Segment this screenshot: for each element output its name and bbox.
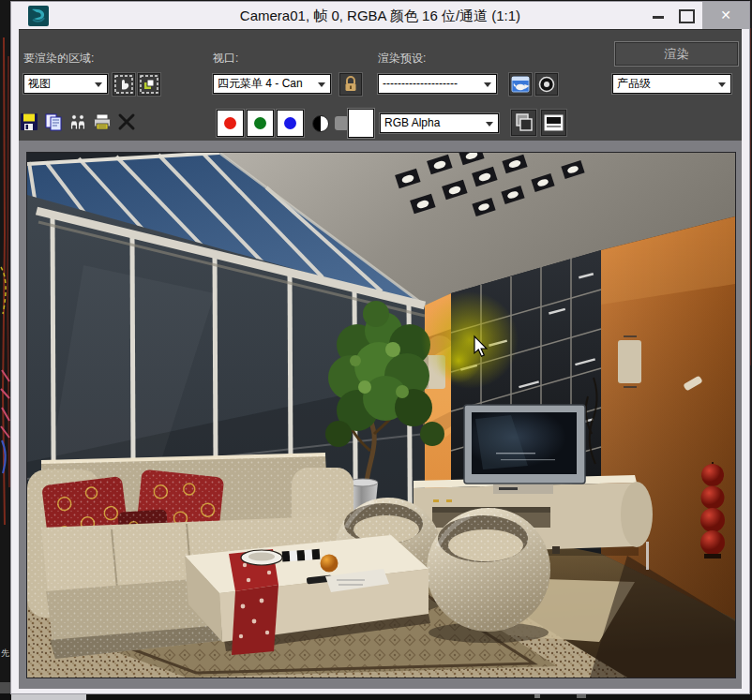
viewport-label: 视口: <box>213 51 238 67</box>
channel-display-dropdown[interactable]: RGB Alpha <box>380 113 499 133</box>
padlock-icon <box>340 74 361 95</box>
toolbar: 要渲染的区域: 视口: 渲染预设: 渲染 视图 <box>19 29 742 141</box>
clear-image-button[interactable] <box>116 112 139 134</box>
maximize-button[interactable] <box>679 9 695 23</box>
marquee-hand-icon <box>113 74 134 95</box>
clone-rendered-frame-button[interactable] <box>68 112 90 134</box>
orange-wall-right <box>601 216 735 619</box>
svg-text:先: 先 <box>1 648 9 658</box>
chevron-down-icon <box>486 122 493 127</box>
channel-display-value: RGB Alpha <box>384 116 440 129</box>
display-toggle-button[interactable] <box>541 110 566 136</box>
area-dropdown[interactable]: 视图 <box>23 74 108 94</box>
rendered-frame-window: Camera01, 帧 0, RGBA 颜色 16 位/通道 (1:1) ✕ 要… <box>11 2 749 693</box>
marquee-squares-icon <box>139 74 159 95</box>
environment-button[interactable] <box>535 73 558 96</box>
render-mode-value: 产品级 <box>617 77 651 90</box>
render-setup-button[interactable] <box>509 73 532 96</box>
background-viewport-left: 先 <box>0 0 11 700</box>
green-channel-button[interactable] <box>247 110 274 137</box>
area-dropdown-value: 视图 <box>28 77 51 90</box>
tv <box>464 405 585 494</box>
monochrome-channel-button[interactable] <box>312 115 329 132</box>
area-to-render-label: 要渲染的区域: <box>23 51 94 67</box>
viewport-dropdown-value: 四元菜单 4 - Can <box>218 77 303 90</box>
layers-button[interactable] <box>511 110 536 136</box>
overlapping-squares-icon <box>512 111 535 135</box>
exposure-circle-icon <box>536 74 557 95</box>
screen-bars-icon <box>542 111 565 135</box>
save-icon <box>19 112 39 132</box>
edit-region-button[interactable] <box>113 73 135 96</box>
two-figures-icon <box>68 112 88 132</box>
render-image <box>26 152 736 678</box>
save-image-button[interactable] <box>19 112 41 134</box>
green-dot-icon <box>254 117 266 129</box>
clear-x-icon <box>116 112 137 132</box>
auto-region-button[interactable] <box>138 73 160 96</box>
copy-icon <box>43 112 64 132</box>
chevron-down-icon <box>718 82 726 87</box>
blue-channel-button[interactable] <box>277 110 304 137</box>
chevron-down-icon <box>95 82 102 87</box>
desktop: 先 Camera01, 帧 0, RGBA 颜色 16 位/通道 (1:1) ✕ <box>0 0 752 700</box>
chevron-down-icon <box>318 82 325 87</box>
print-image-button[interactable] <box>92 112 114 134</box>
chevron-down-icon <box>484 82 491 87</box>
render-button[interactable]: 渲染 <box>614 41 739 67</box>
teapot-dialog-icon <box>510 74 531 95</box>
blue-dot-icon <box>284 117 296 129</box>
copy-image-button[interactable] <box>43 112 66 134</box>
background-bottom-strip <box>0 693 752 700</box>
minimize-button[interactable] <box>653 16 664 19</box>
background-color-swatch[interactable] <box>348 109 374 138</box>
alpha-channel-button[interactable] <box>335 116 349 130</box>
close-button[interactable]: ✕ <box>702 2 749 29</box>
render-preset-label: 渲染预设: <box>378 51 426 67</box>
titlebar[interactable]: Camera01, 帧 0, RGBA 颜色 16 位/通道 (1:1) ✕ <box>11 2 749 29</box>
preset-dropdown[interactable]: -------------------- <box>378 74 497 94</box>
image-frame <box>19 141 742 689</box>
window-title: Camera01, 帧 0, RGBA 颜色 16 位/通道 (1:1) <box>11 2 749 29</box>
viewport-dropdown[interactable]: 四元菜单 4 - Can <box>213 74 331 94</box>
printer-icon <box>92 112 113 132</box>
preset-dropdown-value: -------------------- <box>383 77 458 90</box>
red-channel-button[interactable] <box>217 110 244 137</box>
render-mode-dropdown[interactable]: 产品级 <box>612 74 731 94</box>
lock-viewport-button[interactable] <box>339 73 362 96</box>
red-dot-icon <box>224 117 236 129</box>
render-scene <box>27 153 735 678</box>
